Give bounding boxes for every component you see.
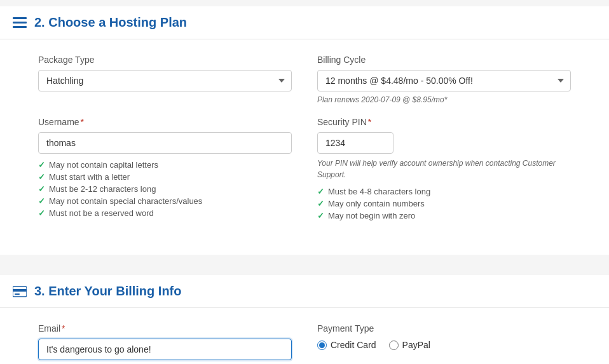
svg-rect-4	[13, 289, 27, 292]
section2-header: 2. Choose a Hosting Plan	[0, 6, 609, 39]
svg-rect-2	[13, 26, 27, 28]
check-icon: ✓	[317, 211, 324, 220]
package-type-select[interactable]: Hatchling Baby Business	[38, 70, 292, 91]
row-email-payment: Email* Payment Type Credit Card PayPal	[38, 323, 571, 360]
row-username-pin: Username* ✓May not contain capital lette…	[38, 117, 571, 223]
pin-required: *	[368, 117, 371, 127]
col-billing-cycle: Billing Cycle 12 months @ $4.48/mo - 50.…	[317, 55, 571, 104]
col-package-type: Package Type Hatchling Baby Business	[38, 55, 292, 104]
radio-credit-card[interactable]: Credit Card	[317, 340, 376, 350]
section2: 2. Choose a Hosting Plan Package Type Ha…	[0, 6, 609, 255]
validation-item: ✓Must not be a reserved word	[38, 208, 292, 218]
check-icon: ✓	[38, 172, 45, 182]
pin-help-text: Your PIN will help verify account owners…	[317, 158, 571, 180]
check-icon: ✓	[38, 184, 45, 194]
validation-item: ✓May not begin with zero	[317, 211, 571, 220]
check-icon: ✓	[38, 196, 45, 206]
svg-rect-0	[13, 17, 27, 19]
validation-item: ✓May not contain special characters/valu…	[38, 196, 292, 206]
card-icon	[13, 286, 27, 297]
username-input[interactable]	[38, 132, 292, 154]
username-label: Username*	[38, 117, 292, 127]
payment-type-label: Payment Type	[317, 323, 571, 334]
validation-item: ✓Must start with a letter	[38, 172, 292, 182]
section3-header: 3. Enter Your Billing Info	[0, 275, 609, 308]
radio-paypal[interactable]: PayPal	[389, 340, 430, 350]
validation-item: ✓May not contain capital letters	[38, 160, 292, 170]
section3-body: Email* Payment Type Credit Card PayPal	[0, 308, 609, 364]
col-security-pin: Security PIN* Your PIN will help verify …	[317, 117, 571, 223]
username-required: *	[81, 117, 84, 127]
section-divider	[0, 265, 609, 275]
check-icon: ✓	[317, 187, 324, 196]
section3: 3. Enter Your Billing Info Email* Paymen…	[0, 275, 609, 364]
security-pin-input[interactable]	[317, 132, 393, 154]
svg-rect-1	[13, 22, 27, 24]
username-validations: ✓May not contain capital letters ✓Must s…	[38, 160, 292, 218]
validation-item: ✓Must be 2-12 characters long	[38, 184, 292, 194]
col-username: Username* ✓May not contain capital lette…	[38, 117, 292, 223]
pin-validations: ✓Must be 4-8 characters long ✓May only c…	[317, 187, 571, 220]
list-icon	[13, 17, 27, 29]
svg-rect-5	[15, 293, 20, 295]
payment-radio-group: Credit Card PayPal	[317, 340, 571, 350]
radio-paypal-input[interactable]	[389, 340, 399, 350]
section3-title: 3. Enter Your Billing Info	[34, 284, 182, 299]
check-icon: ✓	[38, 160, 45, 170]
email-required: *	[62, 323, 65, 334]
credit-card-label: Credit Card	[331, 340, 376, 350]
page-wrapper: 2. Choose a Hosting Plan Package Type Ha…	[0, 0, 609, 364]
section2-body: Package Type Hatchling Baby Business Bil…	[0, 39, 609, 255]
billing-cycle-label: Billing Cycle	[317, 55, 571, 65]
check-icon: ✓	[38, 208, 45, 218]
security-pin-label: Security PIN*	[317, 117, 571, 127]
row-package-billing: Package Type Hatchling Baby Business Bil…	[38, 55, 571, 104]
check-icon: ✓	[317, 199, 324, 208]
validation-item: ✓Must be 4-8 characters long	[317, 187, 571, 196]
col-email: Email*	[38, 323, 292, 360]
radio-credit-card-input[interactable]	[317, 340, 327, 350]
col-payment-type: Payment Type Credit Card PayPal	[317, 323, 571, 360]
email-input[interactable]	[38, 339, 292, 360]
renew-note: Plan renews 2020-07-09 @ $8.95/mo*	[317, 95, 571, 104]
package-type-label: Package Type	[38, 55, 292, 65]
paypal-label: PayPal	[402, 340, 430, 350]
section2-title: 2. Choose a Hosting Plan	[34, 15, 187, 30]
validation-item: ✓May only contain numbers	[317, 199, 571, 208]
billing-cycle-select[interactable]: 12 months @ $4.48/mo - 50.00% Off! 24 mo…	[317, 70, 571, 91]
email-label: Email*	[38, 323, 292, 334]
